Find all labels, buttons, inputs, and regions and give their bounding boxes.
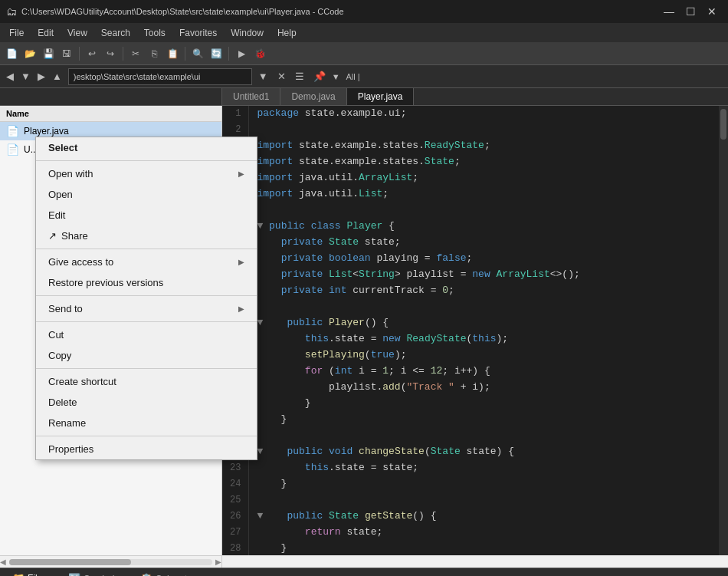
code-content[interactable]: package state.example.ui; import state.e… [249, 106, 719, 555]
nav-back-button[interactable]: ◀ [3, 69, 17, 84]
nav-dropdown-button[interactable]: ▼ [18, 69, 34, 84]
replace-button[interactable]: 🔄 [208, 45, 225, 62]
address-input[interactable] [68, 68, 252, 85]
address-dropdown-button[interactable]: ▼ [255, 69, 271, 84]
title-bar: 🗂 C:\Users\WDAGUtilityAccount\Desktop\St… [0, 0, 728, 23]
ctx-delete-label: Delete [48, 397, 77, 408]
ctx-properties[interactable]: Properties [36, 439, 257, 459]
ctx-share[interactable]: ↗ Share [36, 225, 257, 246]
ctx-select-label: Select [48, 142, 77, 153]
ctx-delete[interactable]: Delete [36, 392, 257, 413]
redo-button[interactable]: ↪ [102, 45, 119, 62]
code-line-19: } [257, 396, 711, 412]
maximize-button[interactable]: ☐ [680, 4, 700, 19]
ctx-rename[interactable]: Rename [36, 413, 257, 433]
nav-up-button[interactable]: ▲ [49, 69, 65, 84]
ctx-edit-label: Edit [48, 209, 65, 221]
context-menu: Select Open with ▶ Open Edit [35, 137, 257, 460]
save-button[interactable]: 💾 [40, 45, 57, 62]
close-tab-button[interactable]: ✕ [274, 69, 289, 84]
ctx-copy[interactable]: Copy [36, 345, 257, 366]
ctx-open-with-label: Open with [48, 168, 93, 179]
files-tab-label: Files [28, 573, 47, 577]
tabs-container: Untitled1 Demo.java Player.java [0, 88, 728, 106]
ctx-edit[interactable]: Edit [36, 205, 257, 225]
ctx-sep-5 [36, 368, 257, 369]
save-all-button[interactable]: 🖫 [58, 45, 75, 62]
code-editor[interactable]: 12345 678910 1112131415 1617181920 21222… [222, 106, 728, 555]
menu-bar: File Edit View Search Tools Favorites Wi… [0, 23, 728, 42]
code-line-8: ▼ public class Player { [257, 219, 711, 235]
copy-button[interactable]: ⎘ [146, 45, 162, 62]
code-line-25 [257, 492, 711, 509]
bottom-tab-files[interactable]: 📁 Files [6, 571, 53, 576]
ctx-sep-2 [36, 249, 257, 249]
ctx-share-icon: ↗ [48, 230, 57, 242]
code-line-6: import java.util.List; [257, 186, 711, 202]
menu-window[interactable]: Window [225, 26, 270, 40]
open-button[interactable]: 📂 [21, 45, 38, 62]
ctx-create-shortcut[interactable]: Create shortcut [36, 371, 257, 392]
undo-button[interactable]: ↩ [84, 45, 100, 62]
menu-help[interactable]: Help [271, 26, 303, 40]
ctx-open-with[interactable]: Open with ▶ [36, 163, 257, 184]
panel-options-button[interactable]: ☰ [292, 69, 307, 84]
menu-view[interactable]: View [61, 26, 93, 40]
ctx-properties-label: Properties [48, 443, 93, 455]
new-file-button[interactable]: 📄 [3, 45, 20, 62]
bottom-tab-symbols[interactable]: 🔣 Symbols [62, 571, 125, 576]
file-panel-hscrollbar[interactable]: ◀ ▶ [0, 555, 222, 568]
cut-button[interactable]: ✂ [127, 45, 144, 62]
bottom-tab-snippets[interactable]: 📋 Snippets [134, 571, 198, 576]
ctx-give-access[interactable]: Give access to ▶ [36, 252, 257, 272]
tab-player-java[interactable]: Player.java [347, 88, 415, 105]
ctx-send-to-label: Send to [48, 303, 83, 314]
symbols-tab-label: Symbols [84, 574, 119, 577]
ctx-send-to[interactable]: Send to ▶ [36, 298, 257, 319]
hscroll-left[interactable]: ◀ [0, 558, 6, 566]
menu-edit[interactable]: Edit [31, 26, 60, 40]
address-bar: ◀ ▼ ▶ ▲ ▼ ✕ ☰ 📌 ▼ All | [0, 65, 728, 88]
code-line-27: return state; [257, 525, 711, 541]
code-line-16: setPlaying(true); [257, 347, 711, 364]
code-line-3: import state.example.states.ReadyState; [257, 138, 711, 154]
menu-favorites[interactable]: Favorites [173, 26, 223, 40]
ctx-cut-label: Cut [48, 329, 64, 341]
ctx-open[interactable]: Open [36, 184, 257, 205]
ctx-sep-6 [36, 436, 257, 436]
title-text: C:\Users\WDAGUtilityAccount\Desktop\Stat… [21, 7, 344, 16]
toolbar-sep-3 [185, 47, 185, 61]
code-line-20: } [257, 412, 711, 428]
ctx-send-to-arrow: ▶ [238, 304, 244, 313]
menu-file[interactable]: File [3, 26, 30, 40]
scrollbar-vertical[interactable] [719, 106, 728, 555]
toolbar-sep-1 [79, 47, 80, 61]
nav-forward-button[interactable]: ▶ [34, 69, 48, 84]
snippets-tab-label: Snippets [156, 574, 192, 577]
file-panel-header: Name [0, 106, 221, 122]
code-line-13 [257, 299, 711, 315]
close-button[interactable]: ✕ [702, 4, 722, 19]
menu-tools[interactable]: Tools [138, 26, 172, 40]
minimize-button[interactable]: — [659, 4, 679, 19]
hscroll-right[interactable]: ▶ [215, 558, 221, 566]
ctx-restore-versions[interactable]: Restore previous versions [36, 272, 257, 293]
toolbar: 📄 📂 💾 🖫 ↩ ↪ ✂ ⎘ 📋 🔍 🔄 ▶ 🐞 [0, 42, 728, 65]
ctx-select[interactable]: Select [36, 137, 257, 158]
tab-untitled1[interactable]: Untitled1 [222, 88, 280, 105]
snippets-icon: 📋 [140, 573, 152, 576]
find-button[interactable]: 🔍 [189, 45, 206, 62]
files-icon: 📁 [12, 572, 25, 576]
editor-area: 12345 678910 1112131415 1617181920 21222… [222, 106, 728, 555]
build-button[interactable]: ▶ [233, 45, 250, 62]
ctx-cut[interactable]: Cut [36, 324, 257, 345]
toolbar-sep-2 [123, 47, 123, 61]
debug-button[interactable]: 🐞 [251, 45, 268, 62]
file-icon-u: 📄 [6, 143, 19, 156]
ctx-sep-1 [36, 160, 257, 161]
nav-pin-button[interactable]: 📌 [310, 69, 329, 84]
paste-button[interactable]: 📋 [164, 45, 181, 62]
tab-demo-java[interactable]: Demo.java [280, 88, 346, 105]
menu-search[interactable]: Search [95, 26, 136, 40]
ctx-give-access-label: Give access to [48, 256, 113, 268]
